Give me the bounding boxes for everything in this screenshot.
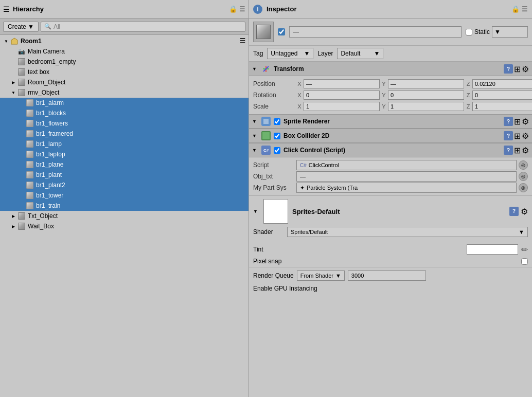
cube-icon — [26, 191, 34, 200]
tint-swatch[interactable] — [467, 244, 518, 255]
script-value: C# ClickControl — [296, 160, 517, 170]
part-sys-select-button[interactable]: ◎ — [519, 183, 528, 192]
tree-item-br1-flowers[interactable]: br1_flowers — [0, 118, 249, 129]
scale-x-input[interactable] — [304, 102, 380, 111]
tree-item-label: rmv_Object — [28, 89, 59, 96]
reference-icon[interactable]: ⊞ — [514, 146, 521, 155]
tree-item-txt-object[interactable]: Txt_Object — [0, 211, 249, 221]
render-queue-dropdown[interactable]: From Shader ▼ — [297, 270, 345, 281]
sprite-renderer-enable[interactable] — [274, 118, 280, 125]
tree-item-br1-plant2[interactable]: br1_plant2 — [0, 180, 249, 190]
hierarchy-header-icons: 🔒 ☰ — [229, 5, 245, 13]
expand-arrow — [10, 223, 16, 229]
gear-icon[interactable]: ⚙ — [522, 131, 529, 141]
scale-z-input[interactable] — [472, 102, 532, 111]
gear-icon[interactable]: ⚙ — [522, 146, 529, 155]
lock-icon[interactable]: 🔒 — [511, 5, 520, 13]
rot-z-input[interactable] — [472, 91, 532, 100]
tree-item-main-camera[interactable]: 📷 Main Camera — [0, 46, 249, 57]
list-icon[interactable]: ☰ — [240, 38, 245, 45]
gear-icon[interactable]: ⚙ — [522, 117, 529, 127]
click-control-header[interactable]: C# Click Control (Script) ? ⊞ ⚙ — [249, 143, 532, 157]
tree-item-br1-plane[interactable]: br1_plane — [0, 159, 249, 170]
gear-icon[interactable]: ⚙ — [521, 207, 528, 216]
box-collider-enable[interactable] — [274, 133, 280, 139]
expand-arrow — [19, 203, 25, 209]
lock-icon[interactable]: 🔒 — [229, 5, 237, 13]
object-active-checkbox[interactable] — [278, 28, 285, 35]
tree-item-br1-lamp[interactable]: br1_lamp — [0, 139, 249, 149]
edit-icon[interactable]: ✏ — [521, 245, 528, 255]
pixel-snap-checkbox[interactable] — [521, 258, 528, 265]
tree-item-br1-laptop[interactable]: br1_laptop — [0, 149, 249, 159]
separator — [249, 267, 532, 267]
pos-x-input[interactable] — [304, 79, 380, 88]
expand-arrow — [19, 100, 25, 106]
tag-dropdown[interactable]: Untagged ▼ — [267, 48, 313, 59]
object-name-input[interactable] — [289, 26, 462, 38]
rotation-row: Rotation X Y Z — [249, 89, 532, 101]
sprite-renderer-header[interactable]: Sprite Renderer ? ⊞ ⚙ — [249, 114, 532, 129]
tree-item-br1-plant[interactable]: br1_plant — [0, 170, 249, 180]
tree-item-rmv-object[interactable]: rmv_Object — [0, 87, 249, 98]
render-queue-value-input[interactable] — [348, 270, 426, 281]
tint-label: Tint — [253, 246, 263, 253]
pos-z-input[interactable] — [472, 79, 532, 88]
room-icon — [10, 37, 19, 45]
pos-y-input[interactable] — [388, 79, 464, 88]
tree-item-br1-tower[interactable]: br1_tower — [0, 190, 249, 201]
layer-dropdown[interactable]: Default ▼ — [337, 48, 383, 59]
transform-component-header[interactable]: Transform ? ⊞ ⚙ — [249, 62, 532, 76]
create-button[interactable]: Create ▼ — [3, 22, 39, 32]
box-collider-buttons: ? ⊞ ⚙ — [504, 131, 529, 141]
cube-icon — [26, 109, 34, 117]
reference-icon[interactable]: ⊞ — [514, 117, 521, 127]
gear-icon[interactable]: ⚙ — [522, 64, 529, 74]
tree-item-bedroom1-empty[interactable]: bedroom1_empty — [0, 57, 249, 67]
rot-y-input[interactable] — [388, 91, 464, 100]
y-label: Y — [381, 81, 387, 87]
static-dropdown[interactable]: ▼ — [492, 26, 528, 38]
help-button[interactable]: ? — [504, 64, 513, 74]
collider-icon — [261, 131, 271, 140]
tree-item-room1[interactable]: Room1 ☰ — [0, 36, 249, 46]
script-select-button[interactable]: ◎ — [519, 160, 528, 170]
shader-dropdown[interactable]: Sprites/Default ▼ — [287, 227, 528, 237]
help-button[interactable]: ? — [504, 117, 513, 126]
tree-item-label: Txt_Object — [28, 212, 58, 220]
layer-label: Layer — [317, 50, 333, 57]
tree-item-wait-box[interactable]: Wait_Box — [0, 221, 249, 231]
click-control-enable[interactable] — [274, 147, 280, 154]
cube-icon — [17, 58, 26, 66]
y-label: Y — [381, 92, 387, 98]
obj-txt-select-button[interactable]: ◎ — [519, 172, 528, 181]
reference-icon[interactable]: ⊞ — [514, 64, 521, 74]
cube-icon — [26, 160, 34, 169]
tree-item-label: Room1 — [21, 38, 42, 45]
search-input[interactable] — [54, 23, 242, 30]
tree-item-br1-blocks[interactable]: br1_blocks — [0, 108, 249, 118]
help-button[interactable]: ? — [504, 146, 513, 155]
collapse-arrow-icon — [252, 148, 258, 153]
my-part-sys-field-row: My Part Sys ✦ Particle System (Tra ◎ — [249, 182, 532, 193]
menu-icon[interactable]: ☰ — [239, 5, 245, 13]
pixel-snap-label: Pixel snap — [253, 258, 281, 265]
tree-item-br1-framered[interactable]: br1_framered — [0, 129, 249, 139]
rot-x-input[interactable] — [304, 91, 380, 100]
tree-item-br1-train[interactable]: br1_train — [0, 201, 249, 211]
static-checkbox[interactable] — [466, 29, 472, 35]
tree-item-br1-alarm[interactable]: br1_alarm — [0, 98, 249, 108]
menu-icon[interactable]: ☰ — [522, 5, 528, 13]
cube-icon — [26, 99, 34, 107]
scale-y-input[interactable] — [388, 102, 464, 111]
tree-item-label: br1_alarm — [36, 99, 64, 106]
reference-icon[interactable]: ⊞ — [514, 131, 521, 141]
box-collider-header[interactable]: Box Collider 2D ? ⊞ ⚙ — [249, 129, 532, 143]
cube-icon — [17, 88, 26, 97]
help-button[interactable]: ? — [509, 207, 519, 216]
scale-z-group: Z — [465, 102, 532, 111]
search-box: 🔍 — [41, 22, 245, 32]
help-button[interactable]: ? — [504, 131, 513, 140]
tree-item-room-object[interactable]: Room_Object — [0, 77, 249, 87]
tree-item-text-box[interactable]: text box — [0, 67, 249, 77]
